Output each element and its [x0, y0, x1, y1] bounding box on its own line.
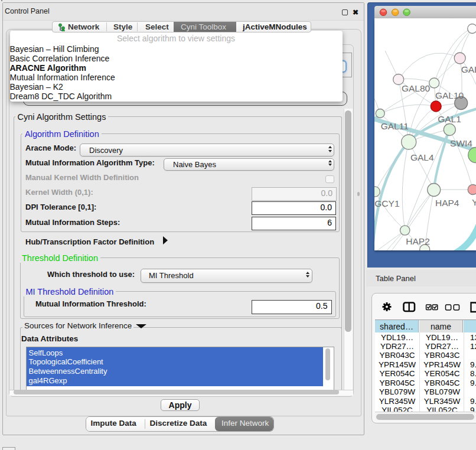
- svg-text:GCY1: GCY1: [374, 198, 399, 208]
- svg-text:GAL11: GAL11: [381, 121, 409, 131]
- svg-text:HAP2: HAP2: [406, 236, 430, 246]
- svg-text:GAL4: GAL4: [410, 152, 434, 162]
- svg-text:GAL80: GAL80: [402, 83, 431, 93]
- svg-text:HAP4: HAP4: [435, 198, 459, 208]
- svg-text:YJ: YJ: [472, 197, 476, 207]
- svg-text:GAL1: GAL1: [438, 114, 461, 124]
- svg-text:SWI4: SWI4: [450, 138, 472, 148]
- svg-text:GAL10: GAL10: [435, 90, 464, 100]
- svg-text:GAL7: GAL7: [461, 64, 476, 74]
